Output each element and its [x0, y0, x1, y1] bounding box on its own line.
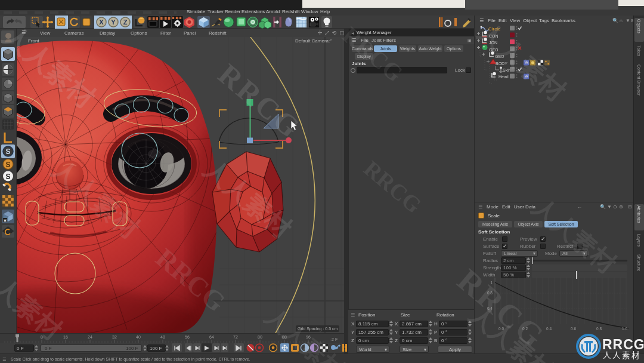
svg-text:-2 F: -2 F [330, 337, 338, 342]
svg-text:96: 96 [306, 335, 311, 339]
svg-text:人人素材: 人人素材 [603, 351, 641, 360]
svg-text:72: 72 [233, 335, 238, 339]
svg-text:BODY: BODY [496, 61, 507, 66]
svg-text:Y: Y [111, 19, 116, 26]
svg-text:GEO: GEO [495, 54, 504, 59]
svg-text:8: 8 [41, 335, 43, 339]
svg-text:Head: Head [499, 75, 509, 79]
svg-text:X: X [99, 19, 104, 26]
svg-text:0.8: 0.8 [487, 291, 493, 295]
svg-text:56: 56 [185, 335, 190, 339]
svg-text:64: 64 [209, 335, 214, 339]
svg-text:88: 88 [282, 335, 287, 339]
svg-text:JON: JON [489, 41, 497, 45]
svg-text:▣: ▣ [4, 219, 7, 222]
svg-text:48: 48 [160, 335, 165, 339]
svg-text:Skin: Skin [503, 68, 511, 72]
svg-text:S: S [5, 173, 10, 181]
svg-text:CON: CON [489, 34, 499, 38]
svg-text:Circle: Circle [488, 26, 501, 32]
svg-text:0.0: 0.0 [499, 327, 504, 331]
svg-text:80: 80 [258, 335, 262, 339]
svg-text:0.2: 0.2 [522, 327, 528, 331]
svg-text:Z: Z [123, 19, 128, 26]
svg-text:RRCG: RRCG [602, 337, 644, 352]
svg-text:S: S [5, 161, 10, 169]
svg-text:32: 32 [112, 335, 117, 339]
svg-text:16: 16 [63, 335, 68, 339]
svg-text:S: S [5, 147, 10, 156]
svg-text:1: 1 [490, 281, 493, 285]
svg-text:0.4: 0.4 [487, 306, 493, 310]
svg-text:24: 24 [88, 335, 92, 339]
svg-text:40: 40 [136, 335, 141, 339]
svg-text:0.4: 0.4 [546, 327, 552, 331]
svg-text:GEO: GEO [489, 48, 499, 52]
